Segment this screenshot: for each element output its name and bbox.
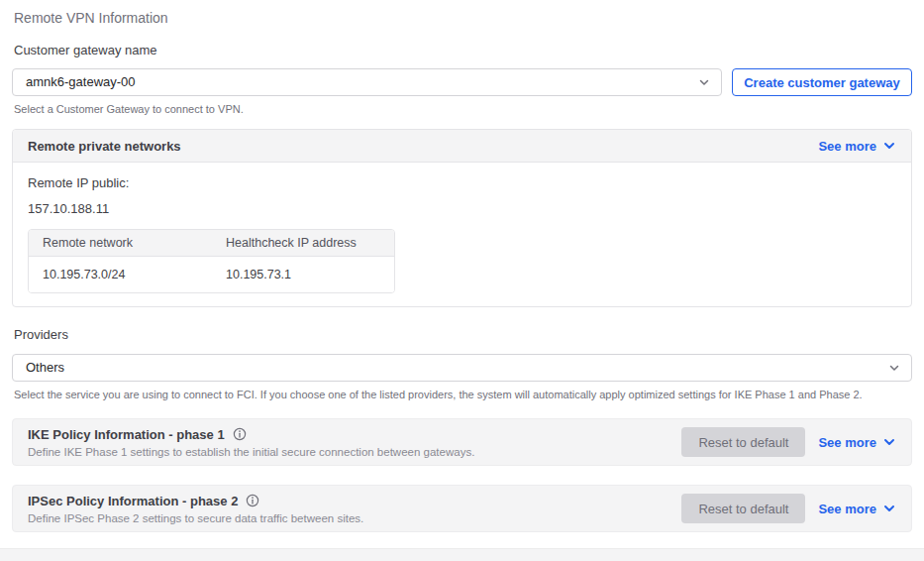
customer-gateway-select[interactable]: amnk6-gateway-00 bbox=[12, 68, 722, 96]
column-header-remote-network: Remote network bbox=[29, 230, 212, 257]
customer-gateway-selected-value: amnk6-gateway-00 bbox=[26, 69, 136, 95]
table-header-row: Remote network Healthcheck IP address bbox=[29, 230, 394, 257]
see-more-label: See more bbox=[818, 502, 876, 516]
ike-policy-panel: IKE Policy Information - phase 1 Define … bbox=[12, 418, 912, 466]
chevron-down-icon bbox=[882, 139, 896, 153]
see-more-label: See more bbox=[818, 435, 876, 450]
table-row: 10.195.73.0/24 10.195.73.1 bbox=[29, 257, 394, 292]
ipsec-reset-to-default-button[interactable]: Reset to default bbox=[681, 494, 805, 523]
ike-policy-text: IKE Policy Information - phase 1 Define … bbox=[28, 427, 474, 458]
ike-policy-actions: Reset to default See more bbox=[681, 427, 896, 457]
ipsec-policy-actions: Reset to default See more bbox=[681, 494, 896, 523]
chevron-down-icon bbox=[882, 435, 896, 449]
ike-policy-description: Define IKE Phase 1 settings to establish… bbox=[28, 446, 474, 458]
ipsec-policy-text: IPSec Policy Information - phase 2 Defin… bbox=[28, 494, 363, 524]
ipsec-policy-description: Define IPSec Phase 2 settings to secure … bbox=[28, 512, 363, 524]
remote-ip-public-label: Remote IP public: bbox=[28, 175, 896, 190]
info-icon[interactable] bbox=[233, 427, 247, 441]
chevron-down-icon bbox=[882, 502, 896, 515]
remote-networks-table: Remote network Healthcheck IP address 10… bbox=[28, 229, 395, 293]
ike-see-more-link[interactable]: See more bbox=[818, 435, 896, 450]
footer-bar bbox=[0, 548, 924, 561]
healthcheck-ip-cell: 10.195.73.1 bbox=[212, 257, 394, 292]
page-title: Remote VPN Information bbox=[12, 10, 912, 26]
ipsec-policy-title-row: IPSec Policy Information - phase 2 bbox=[28, 494, 363, 508]
providers-selected-value: Others bbox=[26, 355, 64, 381]
providers-select[interactable]: Others bbox=[12, 354, 912, 382]
remote-ip-public-value: 157.10.188.11 bbox=[28, 201, 896, 216]
remote-private-networks-see-more-link[interactable]: See more bbox=[818, 139, 896, 154]
remote-networks-table-head: Remote network Healthcheck IP address bbox=[29, 230, 394, 257]
ipsec-policy-panel: IPSec Policy Information - phase 2 Defin… bbox=[12, 485, 912, 532]
column-header-healthcheck-ip: Healthcheck IP address bbox=[212, 230, 394, 257]
remote-networks-table-body: 10.195.73.0/24 10.195.73.1 bbox=[29, 257, 394, 292]
ipsec-policy-title: IPSec Policy Information - phase 2 bbox=[28, 494, 238, 508]
remote-private-networks-title: Remote private networks bbox=[28, 139, 181, 154]
ike-policy-title: IKE Policy Information - phase 1 bbox=[28, 427, 225, 442]
see-more-label: See more bbox=[818, 139, 876, 154]
providers-label: Providers bbox=[12, 327, 912, 342]
remote-vpn-page: Remote VPN Information Customer gateway … bbox=[0, 0, 924, 561]
remote-network-cell: 10.195.73.0/24 bbox=[29, 257, 212, 292]
chevron-down-icon bbox=[697, 75, 711, 89]
ipsec-see-more-link[interactable]: See more bbox=[818, 502, 896, 516]
remote-private-networks-panel: Remote private networks See more Remote … bbox=[12, 129, 912, 307]
customer-gateway-label: Customer gateway name bbox=[12, 43, 912, 57]
providers-helper-text: Select the service you are using to conn… bbox=[12, 389, 912, 400]
chevron-down-icon bbox=[887, 361, 901, 375]
create-customer-gateway-button[interactable]: Create customer gateway bbox=[732, 68, 912, 96]
ike-reset-to-default-button[interactable]: Reset to default bbox=[681, 427, 805, 457]
page-content: Remote VPN Information Customer gateway … bbox=[0, 0, 924, 532]
info-icon[interactable] bbox=[246, 494, 259, 507]
customer-gateway-helper-text: Select a Customer Gateway to connect to … bbox=[12, 103, 912, 115]
remote-private-networks-body: Remote IP public: 157.10.188.11 Remote n… bbox=[13, 163, 911, 306]
remote-private-networks-header: Remote private networks See more bbox=[13, 130, 911, 163]
customer-gateway-row: amnk6-gateway-00 Create customer gateway bbox=[12, 68, 912, 96]
ike-policy-title-row: IKE Policy Information - phase 1 bbox=[28, 427, 474, 442]
